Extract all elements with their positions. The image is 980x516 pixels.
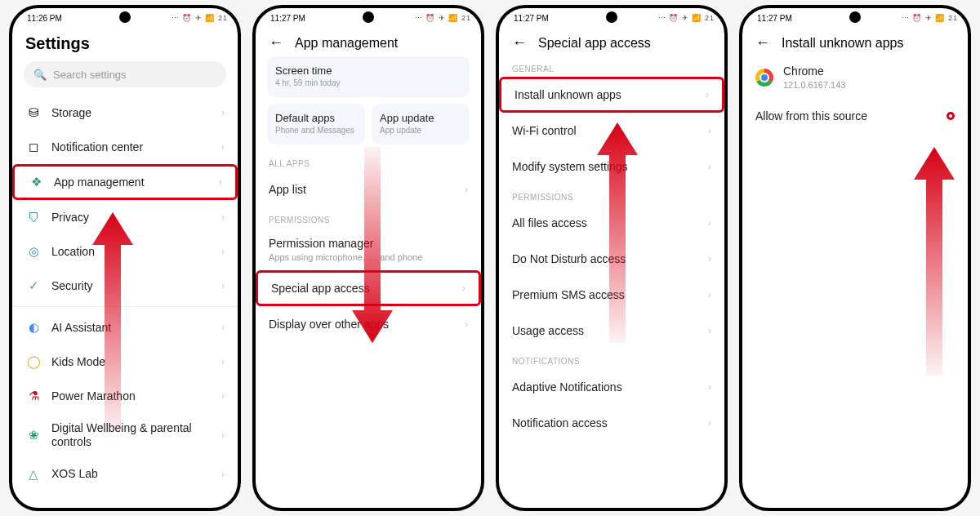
row-location[interactable]: ◎Location› (12, 234, 238, 269)
storage-icon: ⛁ (25, 105, 42, 120)
kids-icon: ◯ (25, 354, 42, 369)
row-label: Privacy (51, 211, 212, 225)
row-power-marathon[interactable]: ⚗Power Marathon› (12, 379, 238, 413)
back-icon[interactable]: ← (269, 34, 283, 51)
row-label: Install unknown apps (514, 88, 696, 102)
settings-list: ⛁Storage› ◻Notification center› ❖App man… (12, 96, 238, 492)
chevron-icon: › (221, 356, 225, 367)
row-notification-access[interactable]: Notification access› (499, 405, 724, 441)
row-ai-assistant[interactable]: ◐AI Assistant› (12, 310, 238, 345)
row-security[interactable]: ✓Security› (12, 269, 238, 303)
row-label: Display over other apps (269, 318, 455, 331)
row-label: Do Not Disturb access (512, 252, 698, 266)
row-usage-access[interactable]: Usage access› (499, 313, 724, 349)
card-sub: Phone and Messages (275, 126, 357, 135)
card-app-update[interactable]: App update App update (372, 104, 470, 145)
chevron-icon: › (221, 429, 225, 441)
location-icon: ◎ (25, 244, 42, 259)
page-title: Special app access (538, 36, 651, 51)
row-storage[interactable]: ⛁Storage› (12, 96, 238, 130)
tutorial-arrow-up (914, 147, 955, 376)
row-label: Security (51, 279, 212, 293)
row-install-unknown-apps[interactable]: Install unknown apps› (499, 77, 724, 113)
row-label: All files access (512, 216, 698, 230)
app-info: Chrome 121.0.6167.143 (783, 64, 955, 91)
chevron-icon: › (219, 176, 222, 188)
header: ← Install unknown apps (742, 28, 968, 56)
row-label: Power Marathon (51, 389, 212, 403)
status-icons: ⋯ ⏰ ✈ 📶 21 (415, 14, 471, 22)
back-icon[interactable]: ← (512, 34, 527, 51)
card-screen-time[interactable]: Screen time 4 hr, 59 min today (267, 56, 470, 97)
row-adaptive-notifications[interactable]: Adaptive Notifications› (499, 369, 724, 405)
row-special-app-access[interactable]: Special app access› (256, 270, 481, 306)
chevron-icon: › (465, 184, 468, 195)
row-privacy[interactable]: ⛉Privacy› (12, 200, 238, 234)
row-dnd-access[interactable]: Do Not Disturb access› (499, 241, 724, 277)
chevron-icon: › (462, 282, 466, 294)
card-area: Screen time 4 hr, 59 min today (256, 56, 481, 104)
chevron-icon: › (708, 125, 711, 136)
chevron-icon: › (221, 390, 225, 402)
row-label: Premium SMS access (512, 288, 698, 302)
row-label: Digital Wellbeing & parental controls (51, 421, 212, 449)
search-icon: 🔍 (33, 69, 47, 81)
row-label: AI Assistant (51, 321, 212, 335)
row-app-management[interactable]: ❖App management› (12, 164, 238, 200)
status-time: 11:27 PM (514, 14, 549, 23)
row-premium-sms[interactable]: Premium SMS access› (499, 277, 724, 313)
xos-icon: △ (25, 467, 42, 482)
page-title: Install unknown apps (782, 36, 903, 51)
privacy-icon: ⛉ (25, 211, 42, 225)
page-title: App management (295, 36, 398, 51)
wellbeing-icon: ❀ (25, 428, 42, 443)
section-permissions: PERMISSIONS (256, 207, 481, 228)
phone-special-app-access: 11:27 PM ⋯ ⏰ ✈ 📶 21 ← Special app access… (496, 5, 728, 511)
card-sub: App update (380, 126, 461, 135)
phone-settings: 11:26 PM ⋯ ⏰ ✈ 📶 21 Settings 🔍 Search se… (9, 5, 241, 511)
row-label: Storage (51, 106, 212, 120)
row-app-list[interactable]: App list› (256, 171, 481, 207)
row-sub: Apps using microphone, ..., and phone (269, 252, 468, 262)
app-version: 121.0.6167.143 (783, 80, 955, 91)
chrome-icon (755, 69, 773, 87)
back-icon[interactable]: ← (755, 34, 770, 51)
chevron-icon: › (221, 322, 225, 333)
punch-hole (119, 11, 131, 23)
chevron-icon: › (221, 280, 225, 291)
row-notification-center[interactable]: ◻Notification center› (12, 130, 238, 164)
search-input[interactable]: 🔍 Search settings (24, 61, 226, 87)
status-time: 11:27 PM (757, 14, 792, 23)
header: ← App management (256, 28, 481, 56)
status-icons: ⋯ ⏰ ✈ 📶 21 (658, 14, 715, 22)
row-all-files-access[interactable]: All files access› (499, 205, 724, 241)
card-default-apps[interactable]: Default apps Phone and Messages (267, 104, 365, 145)
row-label: Usage access (512, 324, 698, 338)
row-xos-lab[interactable]: △XOS Lab› (12, 457, 238, 492)
row-allow-from-source[interactable]: Allow from this source (742, 99, 968, 133)
punch-hole (849, 11, 861, 23)
chevron-icon: › (708, 325, 711, 336)
card-sub: 4 hr, 59 min today (275, 78, 461, 87)
row-digital-wellbeing[interactable]: ❀Digital Wellbeing & parental controls› (12, 413, 238, 457)
row-label: Allow from this source (755, 109, 937, 123)
punch-hole (363, 11, 374, 23)
row-label: Permission manager (269, 237, 373, 250)
row-label: Special app access (271, 282, 452, 296)
chevron-icon: › (706, 89, 709, 100)
row-display-over-apps[interactable]: Display over other apps› (256, 306, 481, 342)
card-title: Screen time (275, 64, 461, 77)
row-label: Modify system settings (512, 160, 698, 174)
toggle-highlight (947, 112, 955, 120)
chevron-icon: › (221, 141, 225, 153)
row-chrome-app: Chrome 121.0.6167.143 (742, 56, 968, 99)
ai-icon: ◐ (25, 320, 42, 335)
row-permission-manager[interactable]: Permission manager Apps using microphone… (256, 228, 481, 270)
row-modify-system[interactable]: Modify system settings› (499, 149, 724, 185)
row-kids-mode[interactable]: ◯Kids Mode› (12, 345, 238, 379)
status-icons: ⋯ ⏰ ✈ 📶 21 (172, 14, 228, 22)
chevron-icon: › (708, 417, 711, 429)
row-wifi-control[interactable]: Wi-Fi control› (499, 113, 724, 149)
phone-app-management: 11:27 PM ⋯ ⏰ ✈ 📶 21 ← App management Scr… (252, 5, 484, 511)
marathon-icon: ⚗ (25, 389, 42, 403)
